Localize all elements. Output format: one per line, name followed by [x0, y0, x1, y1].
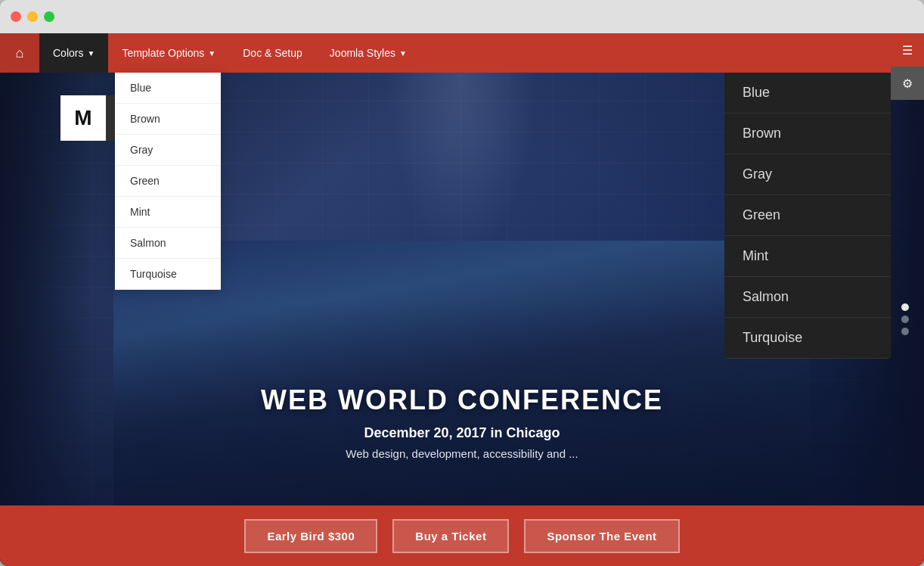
nav-icons: ☰ ⚙ [891, 33, 924, 100]
gear-settings-button[interactable]: ⚙ [891, 67, 924, 100]
traffic-light-green[interactable] [44, 11, 54, 22]
joomla-styles-dropdown-arrow: ▼ [399, 49, 407, 58]
slider-dots [901, 303, 909, 335]
color-option-right-brown[interactable]: Brown [724, 114, 891, 154]
color-option-mint[interactable]: Mint [115, 197, 221, 228]
colors-dropdown-left: Blue Brown Gray Green Mint Salmon Turquo… [115, 73, 221, 290]
hamburger-icon: ☰ [902, 43, 913, 58]
hero-title: WEB WORLD CONFERENCE [0, 384, 924, 416]
early-bird-button[interactable]: Early Bird $300 [244, 519, 377, 553]
browser-titlebar [0, 0, 924, 33]
hero-date: December 20, 2017 in Chicago [0, 425, 924, 441]
traffic-light-red[interactable] [11, 11, 21, 22]
logo-box-white: M [60, 95, 106, 141]
color-option-turquoise[interactable]: Turquoise [115, 259, 221, 290]
hero-text-block: WEB WORLD CONFERENCE December 20, 2017 i… [0, 384, 924, 460]
gear-icon: ⚙ [902, 76, 913, 91]
slider-dot-2[interactable] [901, 316, 909, 323]
sponsor-event-button[interactable]: Sponsor The Event [524, 519, 679, 553]
nav-item-doc-setup[interactable]: Doc & Setup [229, 33, 316, 73]
colors-dropdown-right: Blue Brown Gray Green Mint Salmon Turquo… [724, 73, 891, 359]
color-option-green[interactable]: Green [115, 166, 221, 197]
nav-item-joomla-styles[interactable]: Joomla Styles ▼ [316, 33, 420, 73]
buy-ticket-button[interactable]: Buy a Ticket [392, 519, 509, 553]
template-options-dropdown-arrow: ▼ [208, 49, 215, 58]
slider-dot-1[interactable] [901, 303, 909, 311]
color-option-right-turquoise[interactable]: Turquoise [724, 318, 891, 359]
color-option-right-green[interactable]: Green [724, 195, 891, 236]
side-panel-left [0, 73, 91, 566]
browser-window: ⌂ Colors ▼ Template Options ▼ Doc & Setu… [0, 0, 924, 566]
colors-dropdown-arrow: ▼ [87, 49, 95, 58]
home-button[interactable]: ⌂ [0, 33, 39, 73]
color-option-blue[interactable]: Blue [115, 73, 221, 104]
home-icon: ⌂ [16, 45, 24, 61]
nav-item-template-options[interactable]: Template Options ▼ [108, 33, 229, 73]
color-option-salmon[interactable]: Salmon [115, 228, 221, 259]
traffic-light-yellow[interactable] [27, 11, 38, 22]
color-option-brown[interactable]: Brown [115, 104, 221, 135]
color-option-right-mint[interactable]: Mint [724, 236, 891, 277]
color-option-right-blue[interactable]: Blue [724, 73, 891, 114]
browser-content: ⌂ Colors ▼ Template Options ▼ Doc & Setu… [0, 33, 924, 566]
cta-bar: Early Bird $300 Buy a Ticket Sponsor The… [0, 505, 924, 566]
nav-item-colors[interactable]: Colors ▼ [39, 33, 108, 73]
hero-description: Web design, development, accessibility a… [0, 447, 924, 460]
navbar: ⌂ Colors ▼ Template Options ▼ Doc & Setu… [0, 33, 924, 73]
color-option-right-salmon[interactable]: Salmon [724, 277, 891, 318]
color-option-gray[interactable]: Gray [115, 135, 221, 166]
color-option-right-gray[interactable]: Gray [724, 154, 891, 195]
slider-dot-3[interactable] [901, 328, 909, 335]
hamburger-menu-button[interactable]: ☰ [891, 33, 924, 67]
